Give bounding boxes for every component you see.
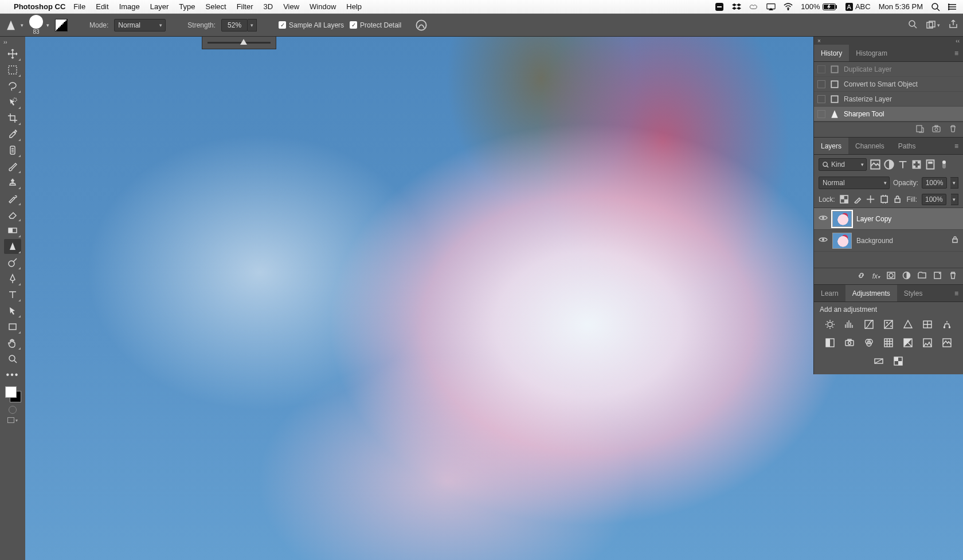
- tab-adjustments[interactable]: Adjustments: [845, 285, 897, 301]
- menu-view[interactable]: View: [283, 2, 299, 11]
- color-swatches[interactable]: [4, 385, 21, 402]
- selective-color-icon[interactable]: [892, 356, 904, 366]
- share-icon[interactable]: [948, 19, 958, 31]
- hue-sat-icon[interactable]: [922, 319, 933, 330]
- pressure-size-icon[interactable]: [415, 19, 428, 32]
- panel-collapse-icon[interactable]: ‹‹: [956, 38, 960, 44]
- healing-brush-tool[interactable]: [4, 143, 21, 158]
- filter-shape-icon[interactable]: [911, 159, 922, 170]
- panel-close-icon[interactable]: ×: [817, 38, 821, 44]
- history-brush-tool[interactable]: [4, 191, 21, 206]
- filter-pixel-icon[interactable]: [870, 159, 880, 170]
- menu-layer[interactable]: Layer: [150, 2, 169, 11]
- posterize-icon[interactable]: [922, 338, 933, 348]
- clone-stamp-tool[interactable]: [4, 175, 21, 190]
- new-snapshot-icon[interactable]: [932, 124, 941, 135]
- protect-detail-checkbox[interactable]: ✓Protect Detail: [350, 21, 401, 29]
- layers-panel-menu-icon[interactable]: ≡: [950, 142, 963, 150]
- history-item[interactable]: Duplicate Layer: [814, 62, 963, 77]
- tab-history[interactable]: History: [814, 45, 849, 61]
- new-layer-icon[interactable]: [933, 271, 942, 281]
- delete-layer-icon[interactable]: [949, 271, 957, 281]
- tab-histogram[interactable]: Histogram: [849, 45, 894, 61]
- menu-window[interactable]: Window: [310, 2, 336, 11]
- wifi-icon[interactable]: [784, 2, 793, 11]
- gradient-map-icon[interactable]: [873, 356, 884, 366]
- gradient-tool[interactable]: [4, 223, 21, 238]
- tool-preset-chevron-icon[interactable]: ▾: [21, 22, 24, 28]
- brush-panel-button[interactable]: [55, 19, 68, 32]
- airplay-icon[interactable]: [766, 2, 776, 11]
- rectangle-tool[interactable]: [4, 319, 21, 334]
- current-tool-icon[interactable]: [5, 19, 17, 32]
- hand-tool[interactable]: [4, 335, 21, 350]
- layer-mask-icon[interactable]: [887, 271, 895, 281]
- menu-3d[interactable]: 3D: [264, 2, 273, 11]
- exposure-icon[interactable]: [883, 319, 894, 330]
- crop-tool[interactable]: [4, 111, 21, 126]
- history-item[interactable]: Convert to Smart Object: [814, 77, 963, 92]
- battery-status[interactable]: 100%: [801, 2, 837, 11]
- eraser-tool[interactable]: [4, 207, 21, 222]
- strength-chevron-icon[interactable]: ▾: [248, 19, 257, 32]
- edit-toolbar-icon[interactable]: •••: [4, 367, 21, 382]
- filter-adjust-icon[interactable]: [884, 159, 894, 170]
- blend-mode-select[interactable]: Normal: [819, 177, 890, 189]
- brush-preview[interactable]: 83: [29, 15, 43, 35]
- fill-input[interactable]: 100%: [922, 194, 946, 205]
- input-source[interactable]: AABC: [845, 2, 871, 11]
- layer-visibility-icon[interactable]: [819, 214, 828, 223]
- lock-all-icon[interactable]: [893, 195, 902, 204]
- spotlight-icon[interactable]: [931, 2, 940, 11]
- sample-all-layers-checkbox[interactable]: ✓Sample All Layers: [279, 21, 344, 29]
- menu-select[interactable]: Select: [205, 2, 226, 11]
- tab-learn[interactable]: Learn: [814, 285, 845, 301]
- strength-input[interactable]: 52%: [221, 19, 248, 32]
- move-tool[interactable]: [4, 46, 21, 61]
- zoom-tool[interactable]: [4, 351, 21, 366]
- menu-extras-icon[interactable]: [948, 2, 957, 11]
- delete-state-icon[interactable]: [949, 124, 957, 135]
- layer-fx-icon[interactable]: fx▾: [872, 272, 880, 280]
- sharpen-tool[interactable]: [4, 239, 21, 254]
- lock-paint-icon[interactable]: [853, 195, 862, 204]
- opacity-input[interactable]: 100%: [922, 177, 947, 189]
- lock-position-icon[interactable]: [866, 195, 875, 204]
- tab-layers[interactable]: Layers: [814, 138, 848, 154]
- toolbox-expand-icon[interactable]: ››: [0, 39, 25, 46]
- filter-toggle-icon[interactable]: [939, 159, 949, 170]
- channel-mixer-icon[interactable]: [863, 338, 875, 348]
- photo-filter-icon[interactable]: [844, 338, 855, 348]
- tab-channels[interactable]: Channels: [848, 138, 891, 154]
- threshold-icon[interactable]: [941, 338, 953, 348]
- layer-visibility-icon[interactable]: [819, 236, 828, 245]
- bw-icon[interactable]: [824, 338, 836, 348]
- history-panel-menu-icon[interactable]: ≡: [950, 49, 963, 57]
- brush-chevron-icon[interactable]: ▾: [46, 22, 49, 28]
- filter-type-icon[interactable]: [898, 159, 908, 170]
- layer-name[interactable]: Layer Copy: [856, 215, 891, 223]
- history-item[interactable]: Sharpen Tool: [814, 107, 963, 122]
- new-document-from-state-icon[interactable]: [915, 124, 924, 135]
- app-title[interactable]: Photoshop CC: [14, 2, 65, 11]
- menu-edit[interactable]: Edit: [96, 2, 108, 11]
- invert-icon[interactable]: [902, 338, 914, 348]
- lock-transparent-icon[interactable]: [840, 195, 848, 204]
- adjustment-layer-icon[interactable]: [902, 271, 911, 281]
- tab-paths[interactable]: Paths: [891, 138, 923, 154]
- path-select-tool[interactable]: [4, 303, 21, 318]
- opacity-chevron-icon[interactable]: ▾: [950, 177, 958, 189]
- menu-type[interactable]: Type: [179, 2, 195, 11]
- tab-styles[interactable]: Styles: [897, 285, 930, 301]
- slider-thumb-icon[interactable]: [240, 39, 247, 45]
- vibrance-icon[interactable]: [902, 319, 914, 330]
- quick-select-tool[interactable]: [4, 95, 21, 109]
- layer-row[interactable]: Layer Copy: [814, 208, 963, 230]
- color-balance-icon[interactable]: [941, 319, 953, 330]
- menu-filter[interactable]: Filter: [237, 2, 253, 11]
- layer-filter-kind[interactable]: Kind: [819, 158, 867, 171]
- fill-chevron-icon[interactable]: ▾: [951, 194, 958, 205]
- menu-image[interactable]: Image: [119, 2, 140, 11]
- menu-help[interactable]: Help: [346, 2, 362, 11]
- frame-select-icon[interactable]: ▾: [926, 20, 940, 30]
